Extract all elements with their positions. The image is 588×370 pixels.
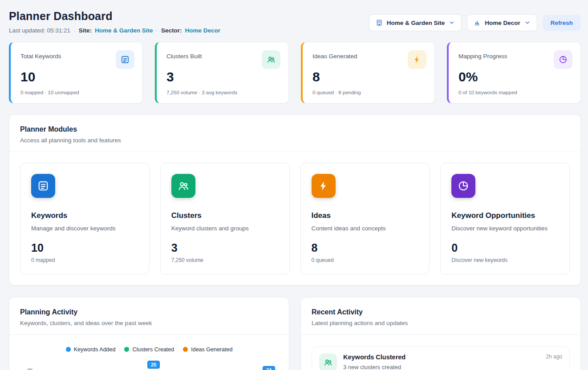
lightning-icon bbox=[408, 50, 426, 69]
divider bbox=[9, 152, 580, 152]
stat-value: 8 bbox=[312, 70, 426, 84]
page-title: Planner Dashboard bbox=[9, 10, 220, 23]
activity-title: Keywords Clustered bbox=[343, 354, 406, 361]
bottom-row: Planning Activity Keywords, clusters, an… bbox=[9, 297, 581, 370]
module-value: 10 bbox=[31, 241, 138, 254]
stat-subtext: 0 mapped · 10 unmapped bbox=[20, 90, 134, 95]
module-card-keyword-opportunities[interactable]: Keyword Opportunities Discover new keywo… bbox=[440, 163, 570, 274]
refresh-button[interactable]: Refresh bbox=[543, 15, 581, 31]
stat-label: Total Keywords bbox=[20, 50, 61, 60]
site-link[interactable]: Home & Garden Site bbox=[95, 27, 153, 34]
legend-item-clusters-created[interactable]: Clusters Created bbox=[124, 346, 174, 353]
module-title: Keyword Opportunities bbox=[451, 211, 559, 220]
point-label-badge: 24 bbox=[263, 366, 275, 370]
module-value: 0 bbox=[451, 241, 559, 254]
card-subtitle: Latest planning actions and updates bbox=[312, 320, 570, 326]
chevron-down-icon bbox=[524, 20, 531, 26]
sector-link[interactable]: Home Decor bbox=[185, 27, 220, 34]
legend-dot-green bbox=[124, 347, 129, 352]
stat-card-clusters-built: Clusters Built 3 7,250 volume · 3 avg ke… bbox=[155, 42, 289, 104]
site-selector-label: Home & Garden Site bbox=[387, 20, 445, 26]
module-subtext: 0 queued bbox=[312, 257, 419, 263]
stat-card-mapping-progress: Mapping Progress 0% 0 of 10 keywords map… bbox=[447, 42, 581, 104]
card-title: Planning Activity bbox=[20, 308, 278, 316]
last-updated-text: Last updated: 05:31:21 bbox=[9, 27, 70, 34]
module-title: Keywords bbox=[31, 211, 138, 220]
stat-label: Ideas Generated bbox=[312, 50, 357, 60]
area-chart: 25 25 24 bbox=[20, 361, 278, 370]
document-icon bbox=[116, 50, 134, 69]
meta-separator: · bbox=[73, 27, 76, 34]
module-subtext: Discover new keywords bbox=[451, 257, 559, 263]
header-left: Planner Dashboard Last updated: 05:31:21… bbox=[9, 10, 220, 34]
stat-card-top: Ideas Generated bbox=[312, 50, 426, 69]
sector-label: Sector: bbox=[161, 27, 182, 34]
header-meta: Last updated: 05:31:21 · Site: Home & Ga… bbox=[9, 27, 220, 34]
stat-subtext: 0 of 10 keywords mapped bbox=[458, 90, 572, 95]
users-icon bbox=[262, 50, 280, 69]
module-desc: Discover new keyword opportunities bbox=[451, 225, 559, 232]
stat-value: 3 bbox=[166, 70, 280, 84]
activity-body: Keywords Clustered 2h ago 3 new clusters… bbox=[343, 354, 562, 370]
chevron-down-icon bbox=[449, 20, 455, 26]
stat-card-total-keywords: Total Keywords 10 0 mapped · 10 unmapped bbox=[9, 42, 143, 104]
document-icon bbox=[31, 174, 55, 198]
module-desc: Manage and discover keywords bbox=[31, 225, 138, 232]
stat-value: 0% bbox=[458, 70, 572, 84]
module-desc: Content ideas and concepts bbox=[312, 225, 419, 232]
module-desc: Keyword clusters and groups bbox=[171, 225, 279, 232]
sector-selector-label: Home Decor bbox=[485, 20, 520, 26]
activity-item-keywords-clustered[interactable]: Keywords Clustered 2h ago 3 new clusters… bbox=[312, 346, 570, 370]
planner-modules-panel: Planner Modules Access all planning tool… bbox=[9, 114, 581, 286]
module-title: Ideas bbox=[312, 211, 419, 220]
legend-item-ideas-generated[interactable]: Ideas Generated bbox=[183, 346, 232, 353]
site-selector-button[interactable]: Home & Garden Site bbox=[369, 14, 462, 31]
building-icon bbox=[376, 19, 383, 26]
legend-label: Ideas Generated bbox=[191, 346, 232, 353]
section-title: Planner Modules bbox=[20, 125, 570, 133]
header: Planner Dashboard Last updated: 05:31:21… bbox=[9, 10, 581, 34]
module-value: 3 bbox=[171, 241, 279, 254]
module-value: 8 bbox=[312, 241, 419, 254]
divider bbox=[9, 334, 289, 335]
stat-card-top: Total Keywords bbox=[20, 50, 134, 69]
meta-separator: · bbox=[156, 27, 158, 34]
recent-activity-panel: Recent Activity Latest planning actions … bbox=[300, 297, 581, 370]
stat-subtext: 7,250 volume · 3 avg keywords bbox=[166, 90, 280, 95]
activity-time: 2h ago bbox=[546, 354, 562, 360]
chart-legend: Keywords Added Clusters Created Ideas Ge… bbox=[20, 346, 278, 353]
bar-chart-icon bbox=[474, 19, 481, 26]
header-controls: Home & Garden Site Home Decor Refresh bbox=[369, 14, 581, 31]
users-icon bbox=[171, 174, 195, 198]
sector-selector-button[interactable]: Home Decor bbox=[467, 14, 537, 31]
pie-chart-icon bbox=[451, 174, 475, 198]
point-label-badge: 25 bbox=[147, 361, 160, 369]
module-subtext: 0 mapped bbox=[31, 257, 138, 263]
legend-label: Clusters Created bbox=[132, 346, 174, 353]
module-subtext: 7,250 volume bbox=[171, 257, 279, 263]
legend-item-keywords-added[interactable]: Keywords Added bbox=[66, 346, 116, 353]
module-card-ideas[interactable]: Ideas Content ideas and concepts 8 0 que… bbox=[300, 163, 430, 274]
users-icon bbox=[319, 354, 337, 370]
module-title: Clusters bbox=[171, 211, 279, 220]
site-label: Site: bbox=[79, 27, 92, 34]
stat-label: Clusters Built bbox=[166, 50, 202, 60]
pie-chart-icon bbox=[554, 50, 572, 69]
stat-label: Mapping Progress bbox=[458, 50, 507, 60]
lightning-icon bbox=[312, 174, 336, 198]
stat-card-top: Clusters Built bbox=[166, 50, 280, 69]
planner-dashboard-page: Planner Dashboard Last updated: 05:31:21… bbox=[0, 0, 588, 370]
card-subtitle: Keywords, clusters, and ideas over the p… bbox=[20, 320, 278, 326]
divider bbox=[301, 334, 580, 335]
card-title: Recent Activity bbox=[312, 308, 570, 316]
stat-value: 10 bbox=[20, 70, 134, 84]
stats-row: Total Keywords 10 0 mapped · 10 unmapped… bbox=[9, 42, 581, 104]
legend-dot-blue bbox=[66, 347, 71, 352]
module-card-keywords[interactable]: Keywords Manage and discover keywords 10… bbox=[20, 163, 150, 274]
module-card-clusters[interactable]: Clusters Keyword clusters and groups 3 7… bbox=[160, 163, 290, 274]
activity-desc: 3 new clusters created bbox=[343, 364, 562, 370]
stat-card-ideas-generated: Ideas Generated 8 0 queued · 8 pending bbox=[301, 42, 435, 104]
y-axis-tick: 25 bbox=[27, 368, 33, 370]
stat-card-top: Mapping Progress bbox=[458, 50, 572, 69]
activity-row: Keywords Clustered 2h ago bbox=[343, 354, 562, 361]
